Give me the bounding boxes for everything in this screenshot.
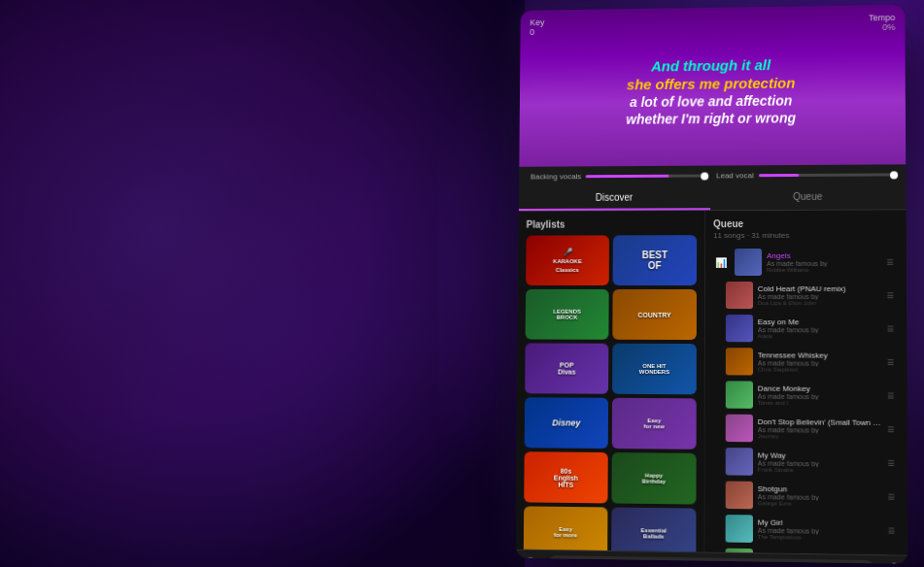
chart-icon: · [715,323,718,334]
playlist-pop-divas[interactable]: POPDivas [525,343,608,393]
chart-icon: · [715,456,718,467]
item-menu-icon[interactable]: ≡ [884,489,897,504]
tab-queue[interactable]: Queue [710,184,906,210]
song-info: My Way As made famous by Frank Sinatra [758,450,884,474]
song-thumbnail [725,482,752,510]
playlist-grid: 🎤KARAOKEClassics BESTOF LEGENDSBROCK COU… [524,235,697,551]
song-title: Easy on Me [758,317,884,326]
song-artist2: George Ezra [758,500,885,508]
item-menu-icon[interactable]: ≡ [884,321,897,335]
queue-item[interactable]: · Don't Stop Believin' (Small Town Girl)… [713,412,900,447]
song-title: Cold Heart (PNAU remix) [758,284,884,293]
song-thumbnail [735,249,762,276]
lyric-line-4: whether I'm right or wrong [626,110,796,126]
queue-item[interactable]: · My Girl As made famous by The Temptati… [713,512,901,548]
song-thumbnail [726,348,753,375]
tempo-value: 0% [869,22,895,32]
queue-title: Queue [713,218,898,230]
song-thumbnail [726,315,753,342]
chart-icon: · [715,389,718,400]
tab-discover[interactable]: Discover [519,185,710,211]
key-value: 0 [530,27,544,37]
item-menu-icon[interactable]: ≡ [883,288,896,302]
playlist-easy-more[interactable]: Easyfor more [524,506,608,551]
playlist-country[interactable]: COUNTRY [612,289,697,340]
song-thumbnail [726,282,753,309]
audio-controls: Backing vocals Lead vocal [519,164,906,186]
chart-icon: · [715,422,718,433]
queue-item[interactable]: 📊 Angels As made famous by Robbie Willia… [713,246,899,279]
song-info: Don't Stop Believin' (Small Town Girl) A… [758,417,884,440]
playlist-disney[interactable]: Disney [525,397,608,449]
lead-vocal-control: Lead vocal [716,170,894,180]
playlist-ballads[interactable]: EssentialBallads [611,508,696,552]
lead-vocal-slider[interactable] [759,173,894,177]
queue-item[interactable]: · Shotgun As made famous by George Ezra … [713,478,900,514]
song-artist2: Journey [758,433,884,440]
queue-item[interactable]: · Cold Heart (PNAU remix) As made famous… [713,279,899,312]
queue-item[interactable]: · Easy on Me As made famous by Adele ≡ [713,312,899,346]
song-thumbnail [726,415,753,443]
song-artist2: Tones and I [758,400,884,407]
song-info: My Girl As made famous by The Temptation… [758,518,885,542]
playlists-section: Playlists 🎤KARAOKEClassics BESTOF LEGEND… [516,211,705,551]
key-control: Key 0 [530,17,544,37]
playlist-easy-new[interactable]: Easyfor new [612,398,697,450]
lead-vocal-label: Lead vocal [716,171,754,180]
item-menu-icon[interactable]: ≡ [884,456,897,470]
queue-section: Queue 11 songs · 31 minutes 📊 Angels As … [704,210,907,554]
tablet-device: Key 0 Tempo 0% And through it all she of… [516,5,907,564]
item-menu-icon[interactable]: ≡ [884,355,897,369]
playlist-karaoke-classics[interactable]: 🎤KARAOKEClassics [526,235,609,285]
queue-subtitle: 11 songs · 31 minutes [713,231,898,240]
lyric-line-1: And through it all [627,55,796,74]
backing-vocals-slider[interactable] [586,175,704,179]
key-label: Key [530,17,544,27]
playlist-birthday[interactable]: HappyBirthday [611,452,696,504]
chart-icon: · [715,356,718,367]
song-info: Angels As made famous by Robbie Williams [767,251,883,273]
song-info: Dance Monkey As made famous by Tones and… [758,384,884,407]
lyric-line-2: she offers me protection [626,74,796,92]
karaoke-screen: Key 0 Tempo 0% And through it all she of… [519,5,906,167]
playlist-one-hit-wonders[interactable]: ONE HITWONDERS [612,344,697,395]
lyric-line-3: a lot of love and affection [626,92,796,109]
chart-icon: · [715,289,718,300]
song-title: Angels [767,251,883,260]
item-menu-icon[interactable]: ≡ [883,255,896,269]
playlists-title: Playlists [527,218,698,229]
song-artist2: The Temptations [758,534,885,542]
queue-item[interactable]: · Dance Monkey As made famous by Tones a… [713,378,900,413]
item-menu-icon[interactable]: ≡ [884,422,897,436]
song-info: Easy on Me As made famous by Adele [758,317,884,340]
item-menu-icon[interactable]: ≡ [884,523,897,538]
song-artist2: Adele [758,333,884,339]
song-artist2: Chris Stapleton [758,366,884,373]
song-artist2: Dua Lipa & Elton John [758,300,884,306]
tab-bar: Discover Queue [519,184,906,212]
queue-item[interactable]: · My Way As made famous by Frank Sinatra… [713,445,900,480]
playlist-best-of[interactable]: BESTOF [613,235,697,285]
queue-item[interactable]: · Tennessee Whiskey As made famous by Ch… [713,345,899,379]
lyrics-display: And through it all she offers me protect… [626,47,796,127]
karaoke-top-bar: Key 0 Tempo 0% [530,13,895,37]
backing-vocals-control: Backing vocals [530,172,704,182]
song-artist2: Robbie Williams [767,267,883,273]
song-info: Tennessee Whiskey As made famous by Chri… [758,350,884,373]
song-thumbnail [726,448,753,476]
song-info: Cold Heart (PNAU remix) As made famous b… [758,284,884,306]
chart-icon: · [715,523,718,534]
main-content: Playlists 🎤KARAOKEClassics BESTOF LEGEND… [516,210,907,554]
song-artist2: Frank Sinatra [758,467,884,474]
tempo-label: Tempo [869,13,895,22]
song-info: Shotgun As made famous by George Ezra [758,484,885,508]
song-thumbnail [725,515,752,543]
chart-icon: · [715,489,718,500]
item-menu-icon[interactable]: ≡ [884,388,897,402]
backing-vocals-label: Backing vocals [530,172,581,181]
song-thumbnail [726,381,753,408]
playlist-legends[interactable]: LEGENDSBROCK [526,289,609,340]
playlist-80s-hits[interactable]: 80sEnglishHITS [524,451,608,503]
tempo-control: Tempo 0% [869,13,895,32]
chart-icon: 📊 [715,257,727,268]
